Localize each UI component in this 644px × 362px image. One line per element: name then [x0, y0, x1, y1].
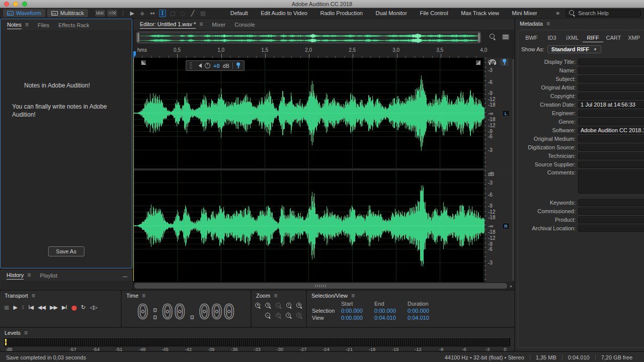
waveform-view-button[interactable]: [95, 10, 105, 17]
zoom-out-icon[interactable]: –: [274, 301, 283, 310]
scroll-up-arrow-icon[interactable]: ▲: [509, 284, 513, 288]
metadata-tab[interactable]: RIFF: [583, 33, 603, 42]
selection-end-value[interactable]: 0:00.000: [374, 308, 408, 314]
view-end-value[interactable]: 0:04.010: [374, 315, 408, 321]
time-display[interactable]: 0:00.000: [122, 297, 251, 327]
zoom-to-selection-icon[interactable]: ‹›: [295, 301, 304, 310]
panel-tab[interactable]: Editor: Untitled 1.wav *: [135, 20, 207, 29]
razor-tool[interactable]: ◆: [139, 10, 146, 17]
workspace-item[interactable]: Mini Mixer: [512, 10, 537, 16]
skip-to-start-button[interactable]: Ⅰ◀: [28, 304, 33, 311]
view-start-value[interactable]: 0:00.000: [341, 315, 374, 321]
zoom-in-icon[interactable]: +: [254, 301, 263, 310]
channel-badge-right[interactable]: R: [502, 223, 510, 229]
zoom-in-right-edge-icon[interactable]: ›: [285, 311, 294, 320]
field-input[interactable]: [578, 144, 644, 151]
panel-tab[interactable]: Mixer: [207, 20, 230, 29]
field-input[interactable]: Adobe Audition CC 2018.1: [578, 127, 644, 134]
workspace-item[interactable]: Max Track view: [461, 10, 499, 16]
close-window-button[interactable]: [4, 2, 9, 7]
notes-editor-area[interactable]: Notes in Adobe Audition! You can finally…: [1, 30, 131, 267]
multitrack-mode-button[interactable]: Multitrack: [47, 9, 88, 17]
paintbrush-tool[interactable]: ╱: [189, 10, 196, 17]
selection-duration-value[interactable]: 0:00.000: [408, 308, 443, 314]
zoom-window-button[interactable]: [22, 2, 27, 7]
field-input[interactable]: [578, 67, 644, 74]
play-button[interactable]: ▶: [13, 304, 17, 311]
slip-tool[interactable]: ↔: [149, 10, 156, 17]
metadata-tab[interactable]: iXML: [562, 33, 583, 42]
waveform-display[interactable]: +0 dB: [133, 58, 485, 282]
zoom-out-full-icon[interactable]: ←: [264, 311, 273, 320]
field-input[interactable]: [578, 152, 644, 159]
spectral-display-button[interactable]: [107, 10, 117, 17]
field-input[interactable]: [578, 118, 644, 125]
hud-pin-icon[interactable]: [236, 62, 240, 69]
gain-value[interactable]: +0: [213, 63, 220, 69]
panel-tab[interactable]: Playlist: [35, 271, 62, 280]
field-input[interactable]: [578, 161, 644, 168]
loop-playback-button[interactable]: ↻: [81, 304, 85, 311]
panel-tab[interactable]: History: [2, 270, 35, 280]
view-duration-value[interactable]: 0:04.010: [408, 315, 443, 321]
metadata-tab[interactable]: ID3: [542, 33, 562, 42]
zoom-reset-icon[interactable]: I: [295, 311, 304, 320]
save-as-button[interactable]: Save As: [48, 246, 84, 256]
panel-collapse-icon[interactable]: [123, 277, 127, 277]
zoom-out-full-icon[interactable]: [490, 34, 496, 40]
record-button[interactable]: ●: [71, 304, 76, 311]
panel-tab[interactable]: Effects Rack: [54, 21, 94, 29]
metadata-tab[interactable]: BWF: [521, 33, 542, 42]
waveform-mode-button[interactable]: Waveform: [3, 9, 45, 17]
pause-button[interactable]: Ⅱ: [22, 304, 24, 311]
scrollbar-thumb[interactable]: [134, 283, 507, 289]
workspace-item[interactable]: File Control: [420, 10, 448, 16]
volume-hud[interactable]: +0 dB: [186, 60, 245, 71]
skip-to-end-button[interactable]: ▶Ⅰ: [62, 304, 67, 311]
headphones-icon[interactable]: [489, 59, 496, 65]
selection-start-value[interactable]: 0:00.000: [341, 308, 374, 314]
field-input[interactable]: [578, 169, 644, 194]
gain-knob-icon[interactable]: [205, 63, 210, 68]
zoom-navigator-strip[interactable]: [136, 32, 481, 43]
time-selection-tool[interactable]: I: [159, 10, 166, 17]
move-tool[interactable]: ▶: [129, 10, 136, 17]
spot-healing-brush-tool[interactable]: ▨: [199, 10, 206, 17]
vertical-scrollbar[interactable]: [512, 59, 514, 281]
field-input[interactable]: [578, 93, 644, 100]
display-options-icon[interactable]: [502, 34, 509, 40]
field-input[interactable]: [578, 225, 644, 232]
field-input[interactable]: [578, 75, 644, 82]
field-input[interactable]: [578, 135, 644, 142]
rewind-button[interactable]: ◀◀: [38, 304, 45, 311]
workspace-item[interactable]: Edit Audio to Video: [261, 10, 307, 16]
metadata-tab[interactable]: XMP: [624, 33, 644, 42]
timeline-ruler[interactable]: hms 0,51,01,52,02,53,03,54,0: [133, 46, 485, 58]
playhead-marker[interactable]: [133, 51, 136, 58]
field-input[interactable]: [578, 58, 644, 65]
field-input[interactable]: [578, 84, 644, 91]
fast-forward-button[interactable]: ▶▶: [50, 304, 57, 311]
amplitude-scale[interactable]: dB-3-6-9-12-18-∞-18-12-9-6-3 dB-3-6-9-12…: [485, 58, 512, 282]
marquee-selection-tool[interactable]: □: [169, 10, 176, 17]
zoom-in-left-edge-icon[interactable]: ‹: [285, 301, 294, 310]
show-as-dropdown[interactable]: Standard RIFF ▼: [547, 45, 601, 53]
field-input[interactable]: [578, 216, 644, 223]
search-help-field[interactable]: Search Help: [566, 10, 641, 17]
field-input[interactable]: [578, 208, 644, 215]
workspace-item[interactable]: Dual Monitor: [375, 10, 407, 16]
panel-tab[interactable]: Notes: [3, 20, 33, 29]
scale-grabber-icon[interactable]: [476, 60, 480, 65]
pin-button[interactable]: [500, 58, 508, 66]
level-meter[interactable]: [4, 337, 510, 346]
field-input[interactable]: [578, 110, 644, 117]
scale-grabber-icon[interactable]: [141, 60, 146, 65]
panel-tab[interactable]: Console: [230, 20, 259, 29]
panel-tab[interactable]: Files: [33, 21, 54, 29]
field-input[interactable]: [578, 199, 644, 206]
workspace-item[interactable]: Default: [230, 10, 248, 16]
minimize-window-button[interactable]: [13, 2, 18, 7]
zoom-in-amplitude-icon[interactable]: I: [264, 301, 273, 310]
metadata-tab[interactable]: CART: [603, 33, 624, 42]
lasso-selection-tool[interactable]: ◌: [179, 10, 186, 17]
